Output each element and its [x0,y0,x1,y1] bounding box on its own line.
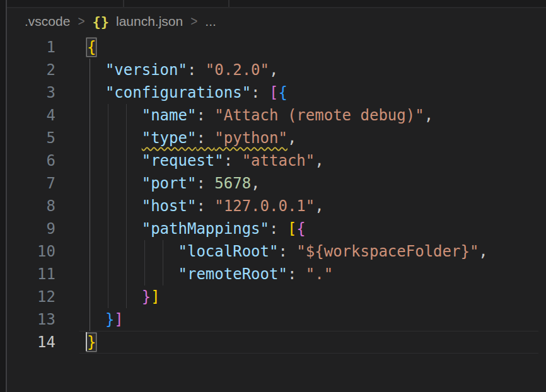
breadcrumb-file[interactable]: launch.json [116,14,183,29]
code-line[interactable]: 1{ [0,36,546,59]
token: "attach" [242,152,315,170]
token: "remoteRoot" [178,265,288,283]
token: , [424,107,433,124]
token: , [288,129,296,147]
line-number[interactable]: 12 [0,285,55,308]
code-text: "request": "attach", [55,152,324,170]
token: : [251,84,269,101]
code-line[interactable]: 5 "type": "python", [0,127,546,149]
code-text: "name": "Attach (remote debug)", [55,107,433,124]
tab-bar[interactable] [7,0,546,8]
code-line[interactable]: 6 "request": "attach", [0,149,546,172]
token: , [315,197,323,215]
token: : [187,61,206,79]
token: "port" [142,175,197,192]
token: { [278,84,287,101]
matched-bracket: { [87,38,96,56]
code-line[interactable]: 8 "host": "127.0.0.1", [0,195,546,217]
token: 5678 [214,175,251,192]
text-cursor [86,332,87,351]
token: "pathMappings" [142,220,269,238]
token: : [196,175,214,192]
token: : [196,197,214,215]
sidebar-edge [0,0,7,392]
token: "type" [142,129,197,147]
token: "0.2.0" [206,61,269,79]
line-number[interactable]: 14 [0,331,55,354]
line-number[interactable]: 8 [0,195,55,217]
token: , [479,243,487,260]
chevron-right-icon: > [190,13,198,29]
line-number[interactable]: 10 [0,240,55,263]
token: [ [269,84,278,101]
code-line[interactable]: 13 }] [0,308,546,331]
line-number[interactable]: 5 [0,127,55,149]
token: [ [288,220,296,238]
tab-separator [123,0,124,7]
code-text: "host": "127.0.0.1", [55,197,324,215]
breadcrumb-symbol-path[interactable]: ... [205,14,216,29]
line-number[interactable]: 13 [0,308,55,331]
code-line[interactable]: 14} [0,331,546,354]
token: : [196,107,214,124]
code-text: "localRoot": "${workspaceFolder}", [55,243,488,260]
token: "." [306,265,333,283]
code-line[interactable]: 3 "configurations": [{ [0,81,546,104]
line-number[interactable]: 9 [0,217,55,240]
token: : [278,243,296,260]
code-text: "configurations": [{ [55,84,288,101]
chevron-right-icon: > [77,13,85,29]
token: : [196,129,214,147]
token: , [251,175,260,192]
token: , [269,61,278,79]
code-text: "pathMappings": [{ [55,220,306,238]
token: "request" [142,152,224,170]
code-line[interactable]: 11 "remoteRoot": "." [0,263,546,285]
line-number[interactable]: 11 [0,263,55,285]
breadcrumb-folder[interactable]: .vscode [25,14,70,29]
json-braces-icon: {} [92,14,109,30]
code-line[interactable]: 7 "port": 5678, [0,172,546,195]
code-line[interactable]: 10 "localRoot": "${workspaceFolder}", [0,240,546,263]
code-line[interactable]: 9 "pathMappings": [{ [0,217,546,240]
token: "version" [105,61,187,79]
line-number[interactable]: 2 [0,59,55,81]
code-line[interactable]: 2 "version": "0.2.0", [0,59,546,81]
token: "configurations" [105,84,251,101]
code-text: }] [55,288,160,306]
tab-separator [228,0,229,7]
code-text: }] [55,311,124,328]
token: { [296,220,305,238]
warning-squiggle: "type": "python" [142,129,288,147]
token: } [105,311,114,328]
line-number[interactable]: 7 [0,172,55,195]
token: "python" [214,129,288,147]
code-line[interactable]: 4 "name": "Attach (remote debug)", [0,104,546,127]
code-text: } [55,333,96,351]
token: "Attach (remote debug)" [214,107,424,124]
token: , [315,152,323,170]
line-number[interactable]: 3 [0,81,55,104]
matched-bracket: } [87,333,96,351]
code-text: { [55,38,96,56]
token: : [224,152,242,170]
breadcrumb: .vscode > {} launch.json > ... [7,8,546,35]
token: } [142,288,151,306]
line-number[interactable]: 6 [0,149,55,172]
token: "host" [142,197,197,215]
code-area[interactable]: 1{2 "version": "0.2.0",3 "configurations… [0,36,546,354]
token: "name" [142,107,197,124]
token: ] [151,288,160,306]
code-text: "remoteRoot": "." [55,265,333,283]
token: ] [114,311,123,328]
token: "${workspaceFolder}" [296,243,479,260]
code-text: "type": "python", [55,129,296,147]
code-text: "version": "0.2.0", [55,61,278,79]
token: "127.0.0.1" [214,197,315,215]
line-number[interactable]: 4 [0,104,55,127]
code-line[interactable]: 12 }] [0,285,546,308]
line-number[interactable]: 1 [0,36,55,59]
token: : [288,265,306,283]
token: "localRoot" [178,243,279,260]
code-text: "port": 5678, [55,175,260,192]
